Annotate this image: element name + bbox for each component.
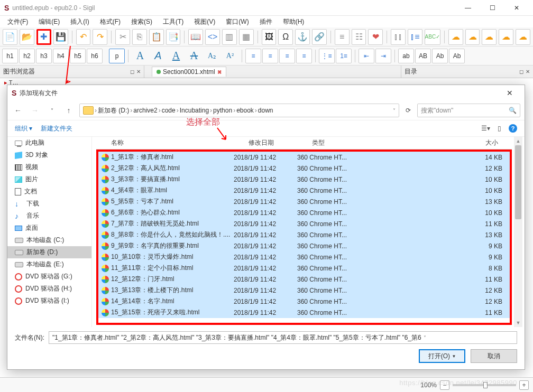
menu-tools[interactable]: 工具(T) (159, 16, 188, 27)
font-a2[interactable]: A (150, 48, 167, 64)
file-row[interactable]: 10_第10章：灵币大爆炸.html2018/1/9 11:42360 Chro… (98, 251, 510, 263)
font-a1[interactable]: A (132, 48, 149, 64)
file-row[interactable]: 11_第11章：定个小目标.html2018/1/9 11:42360 Chro… (98, 263, 510, 274)
tree-item[interactable]: ↓下载 (7, 198, 91, 210)
open-button[interactable]: 📂 (20, 29, 34, 45)
zoom-slider[interactable] (453, 384, 516, 386)
panel-float-icon[interactable]: ◻ (519, 69, 523, 74)
scroll-thumb[interactable] (515, 145, 521, 219)
special-char-button[interactable]: Ω (278, 29, 293, 45)
breadcrumb-bar[interactable]: › 新加卷 (D:)› archive2› code› Incubating› … (79, 104, 399, 117)
minimize-button[interactable]: — (456, 0, 480, 16)
file-row[interactable]: 7_第7章：踏破铁鞋无觅处.html2018/1/9 11:42360 Chro… (98, 218, 510, 229)
col-name[interactable]: 名称 (111, 138, 249, 147)
case-upper[interactable]: AB (415, 49, 431, 63)
h1-button[interactable]: h1 (2, 49, 18, 63)
tree-item[interactable]: 图片 (7, 173, 91, 185)
p-button[interactable]: p (109, 49, 125, 63)
menu-edit[interactable]: 编辑(E) (34, 16, 64, 27)
file-row[interactable]: 8_第8章：你是什么人，竟然如此脑残！....2018/1/9 11:42360… (98, 229, 510, 240)
filename-dropdown-icon[interactable]: ˅ (424, 335, 426, 341)
menu-view[interactable]: 视图(V) (190, 16, 219, 27)
nav-up[interactable]: ↑ (62, 106, 75, 115)
panel-close-icon[interactable]: ✕ (526, 69, 530, 74)
preview-button[interactable]: ▦ (239, 29, 254, 45)
preview-pane-button[interactable]: ▯ (498, 125, 501, 132)
undo-button[interactable]: ↶ (76, 29, 91, 45)
panel-close-icon[interactable]: ✕ (136, 69, 141, 74)
split-view-button[interactable]: ▥ (222, 29, 237, 45)
open-button[interactable]: 打开(O) ▼ (419, 349, 465, 363)
validate2-button[interactable]: ⫿≡ (408, 29, 422, 45)
file-row[interactable]: 15_第15章：死痞子又来啦.html2018/1/9 11:42360 Chr… (98, 307, 510, 318)
crumb[interactable]: code (162, 107, 176, 114)
file-row[interactable]: 1_第1章：修真者.html2018/1/9 11:42360 Chrome H… (98, 152, 510, 163)
align-left[interactable]: ≡ (245, 49, 261, 63)
font-sub[interactable]: A₂ (204, 48, 220, 64)
align-justify[interactable]: ≡ (296, 49, 312, 63)
plugin4-button[interactable]: ☁ (499, 29, 513, 45)
file-row[interactable]: 3_第3章：要搞直播.html2018/1/9 11:42360 Chrome … (98, 174, 510, 185)
font-a3[interactable]: A (168, 48, 185, 64)
indent-inc[interactable]: ⇥ (375, 49, 391, 63)
save-button[interactable]: 💾 (53, 29, 68, 45)
tree-item[interactable]: DVD 驱动器 (I:) (7, 295, 91, 307)
file-row[interactable]: 4_第4章：眼罩.html2018/1/9 11:42360 Chrome HT… (98, 185, 510, 196)
tree-item[interactable]: ♪音乐 (7, 210, 91, 222)
new-button[interactable]: 📄 (3, 29, 17, 45)
tree-item[interactable]: DVD 驱动器 (G:) (7, 270, 91, 283)
file-row[interactable]: 6_第6章：热心群众.html2018/1/9 11:42360 Chrome … (98, 207, 510, 218)
dialog-close-button[interactable]: ✕ (499, 89, 520, 97)
cancel-button[interactable]: 取消 (471, 349, 517, 363)
search-input[interactable]: 搜索"down" 🔍 (417, 104, 520, 117)
file-row[interactable]: 5_第5章：亏本了.html2018/1/9 11:42360 Chrome H… (98, 196, 510, 207)
align-center[interactable]: ≡ (262, 49, 278, 63)
tree-item[interactable]: 本地磁盘 (E:) (7, 258, 91, 270)
nav-refresh[interactable]: ⟳ (406, 107, 411, 114)
align-right[interactable]: ≡ (279, 49, 295, 63)
cut-button[interactable]: ✂ (115, 29, 130, 45)
file-row[interactable]: 13_第13章：楼上楼下的.html2018/1/9 11:42360 Chro… (98, 285, 510, 296)
editor-tab[interactable]: Section0001.xhtml ✖ (152, 67, 226, 77)
copy-button[interactable]: ⎘ (132, 29, 147, 45)
add-existing-button[interactable]: ✚ (36, 29, 51, 45)
tree-item[interactable]: 3D 对象 (7, 149, 91, 161)
h3-button[interactable]: h3 (36, 49, 52, 63)
tree-item[interactable]: 此电脑 (7, 137, 91, 149)
tree-item[interactable]: 新加卷 (D:) (7, 246, 91, 258)
plugin1-button[interactable]: ☁ (448, 29, 463, 45)
redo-button[interactable]: ↷ (93, 29, 107, 45)
favorite-button[interactable]: ❤ (368, 29, 383, 45)
validate-button[interactable]: ⫿⫿ (391, 29, 406, 45)
search-icon[interactable]: 🔍 (509, 107, 517, 114)
list-bullet[interactable]: ⋮≡ (319, 49, 335, 63)
help-icon[interactable]: ? (509, 124, 517, 133)
case-sentence[interactable]: Ab (449, 49, 465, 63)
plugin2-button[interactable]: ☁ (465, 29, 480, 45)
crumb[interactable]: ebook (236, 107, 254, 114)
h4-button[interactable]: h4 (53, 49, 69, 63)
tab-close-icon[interactable]: ✖ (217, 69, 222, 75)
image-button[interactable]: 🖼 (262, 29, 277, 45)
view-mode-button[interactable]: ☰▾ (481, 125, 490, 132)
tree-item[interactable]: 文档 (7, 185, 91, 198)
list-number[interactable]: 1≡ (336, 49, 352, 63)
file-row[interactable]: 9_第9章：名字真的很重要.html2018/1/9 11:42360 Chro… (98, 240, 510, 251)
crumb[interactable]: Incubating (180, 107, 209, 114)
h2-button[interactable]: h2 (19, 49, 35, 63)
menu-search[interactable]: 搜索(S) (127, 16, 157, 27)
case-lower[interactable]: ab (398, 49, 414, 63)
code-view-button[interactable]: <> (205, 29, 220, 45)
organize-menu[interactable]: 组织 ▾ (15, 124, 32, 133)
menu-plugins[interactable]: 插件 (255, 16, 277, 27)
menu-help[interactable]: 帮助(H) (279, 16, 309, 27)
scroll-down-icon[interactable]: ▼ (514, 319, 522, 327)
new-folder-button[interactable]: 新建文件夹 (41, 124, 72, 133)
clipboard-button[interactable]: 📑 (166, 29, 181, 45)
col-date[interactable]: 修改日期 (249, 138, 312, 147)
indent-dec[interactable]: ⇤ (359, 49, 374, 63)
anchor-button[interactable]: ⚓ (295, 29, 310, 45)
font-sup[interactable]: A² (222, 48, 238, 64)
metadata-button[interactable]: ☷ (352, 29, 366, 45)
file-row[interactable]: 2_第2章：高人风范.html2018/1/9 11:42360 Chrome … (98, 163, 510, 174)
